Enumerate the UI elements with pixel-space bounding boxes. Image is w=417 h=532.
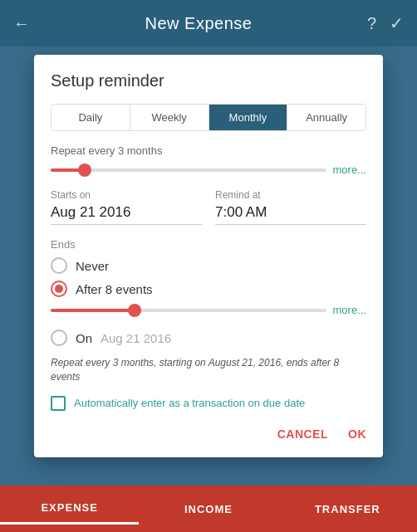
ends-slider[interactable] xyxy=(51,309,326,312)
ends-slider-fill xyxy=(51,309,133,312)
ends-on-row: On Aug 21 2016 xyxy=(51,329,366,346)
remind-at-label: Remind at xyxy=(215,189,366,201)
bottom-tab-transfer[interactable]: TRANSFER xyxy=(278,495,417,524)
ok-button[interactable]: OK xyxy=(348,424,366,444)
action-row: CANCEL OK xyxy=(51,424,366,444)
starts-on-field: Starts on Aug 21 2016 xyxy=(51,189,202,225)
tab-weekly[interactable]: Weekly xyxy=(130,105,209,130)
ends-slider-thumb[interactable] xyxy=(128,304,141,317)
ends-after8-option[interactable]: After 8 events xyxy=(51,281,366,297)
remind-at-value[interactable]: 7:00 AM xyxy=(215,204,366,225)
back-icon[interactable]: ← xyxy=(13,14,30,33)
auto-enter-label: Automatically enter as a transaction on … xyxy=(74,397,305,409)
help-icon[interactable]: ? xyxy=(367,14,376,33)
setup-reminder-dialog: Setup reminder Daily Weekly Monthly Annu… xyxy=(34,55,383,457)
auto-enter-checkbox[interactable] xyxy=(51,396,66,411)
date-row: Starts on Aug 21 2016 Remind at 7:00 AM xyxy=(51,189,366,225)
ends-never-option[interactable]: Never xyxy=(51,257,366,274)
starts-on-value[interactable]: Aug 21 2016 xyxy=(51,204,202,225)
cancel-button[interactable]: CANCEL xyxy=(277,424,328,444)
ends-never-radio[interactable] xyxy=(51,257,67,274)
bottom-tab-expense[interactable]: EXPENSE xyxy=(0,493,139,525)
radio-inner-dot xyxy=(55,285,63,293)
tab-daily[interactable]: Daily xyxy=(52,105,130,130)
ends-label: Ends xyxy=(51,238,366,251)
ends-slider-row: more... xyxy=(51,304,366,316)
remind-at-field: Remind at 7:00 AM xyxy=(215,189,366,225)
bottom-tab-bar: EXPENSE INCOME TRANSFER xyxy=(0,486,417,532)
repeat-more-link[interactable]: more... xyxy=(333,164,366,176)
ends-never-label: Never xyxy=(76,259,109,273)
tab-annually[interactable]: Annually xyxy=(287,105,365,130)
ends-on-radio[interactable] xyxy=(51,329,67,346)
frequency-tabs: Daily Weekly Monthly Annually xyxy=(51,104,366,131)
starts-on-label: Starts on xyxy=(51,189,202,201)
dialog-title: Setup reminder xyxy=(51,71,366,90)
slider-track xyxy=(51,168,326,172)
ends-more-link[interactable]: more... xyxy=(333,304,366,316)
top-bar: ← New Expense ? ✓ xyxy=(0,0,417,46)
overlay: Setup reminder Daily Weekly Monthly Annu… xyxy=(0,46,417,486)
repeat-slider[interactable] xyxy=(51,168,326,172)
slider-thumb[interactable] xyxy=(78,164,91,177)
bottom-tab-income[interactable]: INCOME xyxy=(139,495,277,524)
page-title: New Expense xyxy=(145,14,252,33)
ends-after8-label: After 8 events xyxy=(76,282,153,296)
repeat-slider-row: more... xyxy=(51,164,366,176)
check-icon[interactable]: ✓ xyxy=(390,13,404,33)
tab-monthly[interactable]: Monthly xyxy=(209,105,288,130)
ends-after8-radio[interactable] xyxy=(51,281,67,297)
repeat-label: Repeat every 3 months xyxy=(51,144,366,157)
ends-on-label: On xyxy=(76,331,92,345)
auto-enter-row[interactable]: Automatically enter as a transaction on … xyxy=(51,396,366,411)
ends-on-date[interactable]: Aug 21 2016 xyxy=(101,331,171,345)
summary-text: Repeat every 3 months, starting on Augus… xyxy=(51,356,366,384)
